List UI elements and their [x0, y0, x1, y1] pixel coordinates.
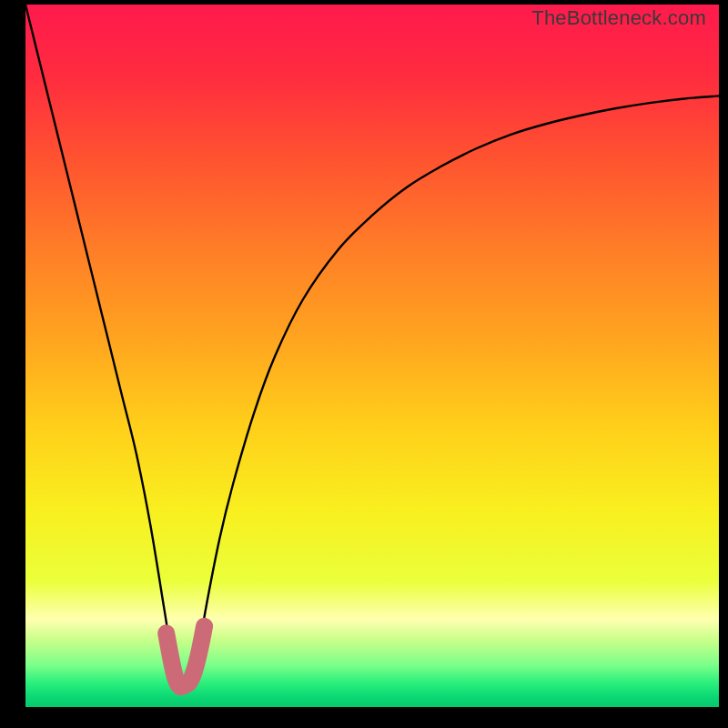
watermark-text: TheBottleneck.com: [531, 6, 706, 30]
chart-frame: TheBottleneck.com: [25, 5, 719, 707]
highlight-valley: [167, 626, 205, 686]
bottleneck-curve: [25, 5, 719, 686]
chart-plot: [25, 5, 719, 707]
